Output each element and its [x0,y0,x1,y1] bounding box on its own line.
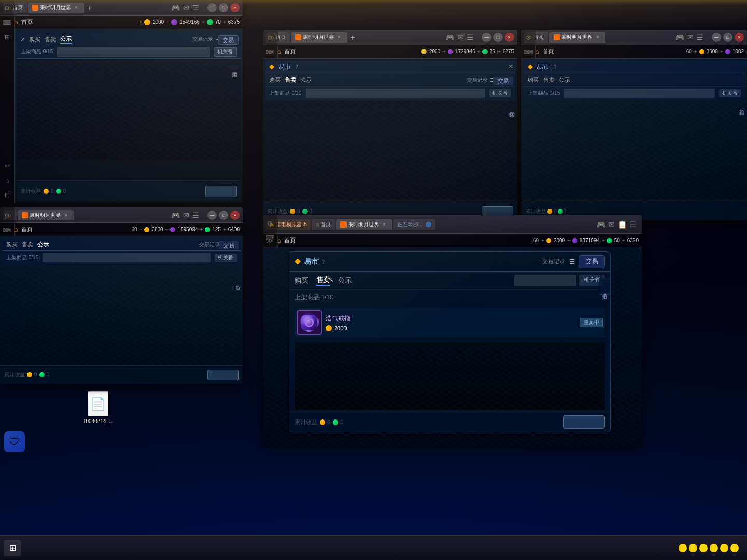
gear-icon-4[interactable]: ⚙ [2,211,12,221]
new-tab-btn-2[interactable]: + [348,33,357,43]
home2-icon-1[interactable]: ⌂ [2,175,12,186]
tab-close-1[interactable]: × [73,4,80,11]
keyboard-icon-2[interactable]: ⌨ [265,47,275,58]
close-btn-4[interactable]: × [230,211,240,220]
market-search-5[interactable] [514,275,576,286]
market-tab-buy-1[interactable]: 购买 [29,36,40,44]
display-tab-5[interactable]: 公示 [338,276,352,285]
new-tab-btn-1[interactable]: + [85,4,94,13]
maximize-btn-4[interactable]: □ [219,211,228,220]
close-btn-1[interactable]: × [230,3,240,12]
mail-icon-3[interactable]: ✉ [687,33,694,41]
display-tab-3[interactable]: 公示 [559,76,570,84]
minimize-btn-2[interactable]: — [482,33,491,42]
display-tab-4[interactable]: 公示 [37,241,49,248]
minimize-btn-1[interactable]: — [208,3,217,12]
addr-home-icon-1[interactable]: ⌂ [14,18,18,26]
bookmark-icon-5[interactable]: 📋 [618,220,627,229]
search-box-1[interactable] [57,47,210,57]
gear-icon-1[interactable]: ⚙ [2,3,12,13]
menu-icon-5[interactable]: ☰ [630,220,637,229]
search-2[interactable] [306,89,485,98]
mail-icon-5[interactable]: ✉ [608,220,615,229]
tab-close-4[interactable]: × [62,212,70,219]
market-panel-close-1[interactable]: × [21,35,25,44]
bookmark-icon-3[interactable]: ☰ [697,33,703,41]
mail-icon-4[interactable]: ✉ [183,211,189,219]
market-tab-sell-1[interactable]: 售卖 [45,36,56,44]
keyboard-icon-1[interactable]: ⌨ [2,18,12,28]
sell-tab-4[interactable]: 售卖 [22,241,33,248]
record-btn-5[interactable]: 交易记录 [542,258,565,265]
tab-game-2[interactable]: 秉时明月世界 × [291,32,347,43]
back-icon-1[interactable]: ↩ [2,161,12,171]
tab-home-5[interactable]: ⌂ 首页 [312,219,335,230]
maximize-btn-3[interactable]: □ [723,33,732,42]
market-help-2[interactable]: ? [295,64,298,70]
minimize-btn-3[interactable]: — [712,33,721,42]
minimize-btn-4[interactable]: — [208,211,217,220]
auction-btn-1[interactable]: 拍卖 [229,65,239,69]
confirm-btn-4[interactable] [208,370,239,380]
mail-icon-2[interactable]: ✉ [458,33,464,41]
expand-icon-1[interactable]: ⊞ [2,32,12,43]
confirm-btn-5[interactable] [563,415,605,429]
market-help-5[interactable]: ? [322,259,325,265]
buy-tab-4[interactable]: 购买 [6,241,18,248]
gear-icon-2[interactable]: ⚙ [265,33,275,43]
addr-home-icon-4[interactable]: ⌂ [14,226,18,233]
search-3[interactable] [564,89,715,98]
collapse-icon-1[interactable]: ⊟ [2,190,12,200]
mech-btn-2[interactable]: 机关番 [489,89,511,97]
close-btn-2[interactable]: × [505,33,514,42]
gear-icon-3[interactable]: ⚙ [523,33,534,43]
shield-icon-desktop[interactable]: 🛡 [4,431,25,452]
addr-home-icon-3[interactable]: ⌂ [535,48,540,55]
keyboard-icon-4[interactable]: ⌨ [2,225,12,235]
sell-tab-3[interactable]: 售卖 [543,76,555,84]
tab-progress-5[interactable]: 正在导步... [393,219,435,230]
bookmark-icon-1[interactable]: ☰ [192,4,199,12]
tab-close-2[interactable]: × [336,34,343,41]
mail-icon-1[interactable]: ✉ [183,4,189,12]
maximize-btn-2[interactable]: □ [493,33,503,42]
taskbar-start[interactable]: ⊞ [4,540,21,556]
gamepad-icon-5[interactable]: 🎮 [597,220,605,229]
buy-tab-2[interactable]: 购买 [269,76,281,84]
gamepad-icon-4[interactable]: 🎮 [171,211,180,219]
trade-btn-1[interactable]: 交易 [218,35,239,45]
market-help-3[interactable]: ? [554,64,557,70]
gamepad-icon-3[interactable]: 🎮 [675,33,684,41]
record-btn-1[interactable]: 交易记录 [192,36,213,43]
display-tab-2[interactable]: 公示 [300,76,312,84]
tab-game-1[interactable]: 秉时明月世界 × [28,3,84,13]
buy-tab-3[interactable]: 购买 [528,76,539,84]
footer-confirm-1[interactable] [205,186,237,197]
sell-tab-2[interactable]: 售卖 [285,76,296,84]
tab-game-3[interactable]: 秉时明月世界 × [549,32,605,43]
keyboard-icon-3[interactable]: ⌨ [523,47,534,58]
addr-home-icon-5[interactable]: ⌂ [277,236,281,244]
addr-home-icon-2[interactable]: ⌂ [277,48,281,55]
tab-close-5[interactable]: × [381,221,388,228]
tab-close-3[interactable]: × [594,34,601,41]
market-tab-display-1[interactable]: 公示 [60,35,72,44]
search-4[interactable] [43,253,211,262]
trade-btn-5[interactable]: 交易 [579,255,605,268]
buy-tab-5[interactable]: 购买 [295,276,308,285]
bookmark-icon-4[interactable]: ☰ [192,211,199,219]
gamepad-icon-1[interactable]: 🎮 [171,4,180,12]
keyboard-icon-5[interactable]: ⌨ [265,233,275,243]
trade-label-2[interactable]: 交易 [493,77,513,85]
record-btn-2[interactable]: 交易记录 [467,77,488,84]
on-sale-badge-5[interactable]: 重卖中 [580,318,603,327]
record-btn-4[interactable]: 交易记录 [199,241,220,248]
mech-btn-1[interactable]: 机关番 [214,47,237,57]
market-close-2[interactable]: × [509,62,513,71]
gamepad-icon-2[interactable]: 🎮 [446,33,454,41]
item-row-5[interactable]: 浩气戒指 2000 重卖中 [295,308,605,337]
desktop-icon-file[interactable]: 📄 10040714_... [83,391,113,424]
mech-btn-3[interactable]: 机关番 [719,89,741,97]
tab-game-4[interactable]: 秉时明月世界 × [18,210,74,220]
gear-icon-5[interactable]: ⚙ [265,218,275,229]
